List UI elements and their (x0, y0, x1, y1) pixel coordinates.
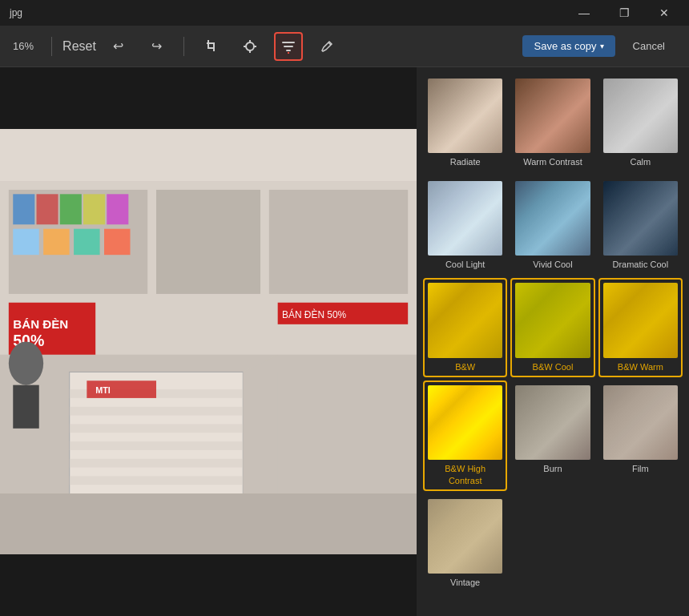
filter-thumb-image-calm (603, 79, 678, 153)
filter-label-warm-contrast: Warm Contrast (523, 156, 582, 167)
filter-grid: RadiateWarm ContrastCalmCool LightVivid … (423, 74, 683, 593)
filter-thumb-film (603, 385, 678, 460)
svg-rect-25 (13, 229, 39, 256)
filter-thumb-image-vivid-cool (515, 181, 590, 256)
filter-item-radiate[interactable]: Radiate (423, 74, 507, 173)
svg-rect-28 (104, 229, 131, 256)
redo-button[interactable]: ↪ (142, 32, 171, 61)
filter-icon (281, 39, 296, 54)
zoom-level: 16% (13, 40, 38, 52)
filter-thumb-cool-light (428, 181, 502, 256)
filter-label-burn: Burn (543, 463, 562, 474)
title-bar-controls: — ❐ ✕ (566, 0, 683, 26)
undo-button[interactable]: ↩ (103, 32, 132, 61)
minimize-button[interactable]: — (566, 0, 602, 26)
toolbar-separator-1 (51, 37, 52, 56)
adjust-icon (243, 39, 257, 54)
svg-rect-37 (70, 441, 244, 450)
filter-thumb-dramatic-cool (603, 181, 678, 256)
markup-button[interactable] (312, 32, 341, 61)
filter-thumb-image-film (603, 385, 678, 460)
svg-point-4 (246, 42, 254, 50)
svg-rect-38 (70, 459, 244, 468)
filter-thumb-calm (603, 79, 678, 153)
filter-thumb-image-vintage (428, 499, 502, 574)
filter-label-calm: Calm (630, 156, 651, 167)
svg-rect-3 (207, 42, 215, 44)
filter-label-vivid-cool: Vivid Cool (533, 259, 572, 270)
filter-item-calm[interactable]: Calm (598, 74, 683, 173)
filter-thumb-bw-warm (603, 283, 678, 357)
svg-rect-46 (13, 385, 39, 429)
photo-area: BÁN ĐÈN 50% MTI (0, 67, 417, 616)
toolbar: 16% Reset ↩ ↪ (0, 26, 689, 67)
filter-label-bw-high-contrast: B&W High Contrast (428, 463, 502, 486)
filter-thumb-vivid-cool (515, 181, 590, 256)
svg-rect-19 (269, 190, 408, 294)
svg-rect-36 (70, 424, 244, 433)
filter-item-bw-cool[interactable]: B&W Cool (510, 278, 594, 377)
filter-thumb-image-bw-high-contrast (428, 385, 502, 460)
svg-rect-27 (74, 229, 100, 256)
svg-rect-18 (156, 190, 260, 294)
svg-rect-23 (83, 194, 105, 224)
toolbar-separator-2 (183, 37, 184, 56)
svg-rect-26 (43, 229, 69, 256)
filter-label-bw-cool: B&W Cool (533, 361, 574, 372)
cancel-button[interactable]: Cancel (622, 35, 676, 57)
svg-text:BÁN ĐÈN 50%: BÁN ĐÈN 50% (282, 308, 346, 320)
crop-icon (204, 39, 219, 54)
filter-label-bw-warm: B&W Warm (618, 361, 663, 372)
svg-text:MTI: MTI (95, 386, 111, 396)
svg-rect-11 (286, 50, 291, 51)
filter-thumb-image-bw-warm (603, 283, 678, 357)
filter-thumb-image-bw (428, 283, 502, 357)
redo-icon: ↪ (151, 38, 162, 54)
svg-rect-47 (0, 493, 417, 554)
crop-button[interactable] (197, 32, 226, 61)
svg-text:BÁN ĐÈN: BÁN ĐÈN (13, 317, 68, 331)
svg-rect-10 (284, 46, 293, 47)
filter-label-dramatic-cool: Dramatic Cool (612, 259, 668, 270)
title-bar: jpg — ❐ ✕ (0, 0, 689, 26)
svg-rect-39 (70, 476, 244, 485)
filter-label-cool-light: Cool Light (445, 259, 486, 270)
markup-icon (320, 39, 334, 54)
filter-item-dramatic-cool[interactable]: Dramatic Cool (598, 176, 683, 276)
filter-item-bw-warm[interactable]: B&W Warm (598, 278, 683, 377)
svg-rect-21 (37, 194, 58, 224)
svg-rect-9 (282, 42, 295, 43)
svg-rect-15 (0, 129, 417, 181)
filter-thumb-image-bw-cool (515, 283, 590, 357)
photo-preview: BÁN ĐÈN 50% MTI (0, 67, 417, 616)
filter-thumb-vintage (428, 499, 502, 574)
filter-thumb-image-warm-contrast (515, 79, 590, 153)
undo-icon: ↩ (113, 38, 123, 54)
filter-thumb-image-radiate (428, 79, 502, 153)
filter-thumb-image-dramatic-cool (603, 181, 678, 256)
save-as-copy-button[interactable]: Save as copy ▾ (522, 35, 614, 57)
filter-item-film[interactable]: Film (598, 380, 683, 491)
svg-point-45 (9, 342, 43, 385)
filter-item-vintage[interactable]: Vintage (423, 494, 507, 594)
restore-button[interactable]: ❐ (606, 0, 643, 26)
filter-label-film: Film (632, 463, 649, 474)
save-chevron-icon: ▾ (600, 42, 604, 50)
filter-label-bw: B&W (455, 361, 475, 372)
title-bar-filename: jpg (6, 7, 22, 18)
filter-item-bw[interactable]: B&W (423, 278, 507, 377)
filter-item-vivid-cool[interactable]: Vivid Cool (510, 176, 594, 276)
filter-item-cool-light[interactable]: Cool Light (423, 176, 507, 276)
reset-label: Reset (62, 39, 96, 54)
filter-button[interactable] (274, 32, 303, 61)
close-button[interactable]: ✕ (646, 0, 683, 26)
filter-thumb-burn (515, 385, 590, 460)
reset-button[interactable]: Reset (65, 32, 94, 61)
filter-item-bw-high-contrast[interactable]: B&W High Contrast (423, 380, 507, 491)
filter-thumb-radiate (428, 79, 502, 153)
svg-rect-20 (13, 194, 34, 224)
filter-item-warm-contrast[interactable]: Warm Contrast (510, 74, 594, 173)
filter-item-burn[interactable]: Burn (510, 380, 594, 491)
filter-thumb-image-burn (515, 385, 590, 460)
adjust-button[interactable] (236, 32, 264, 61)
